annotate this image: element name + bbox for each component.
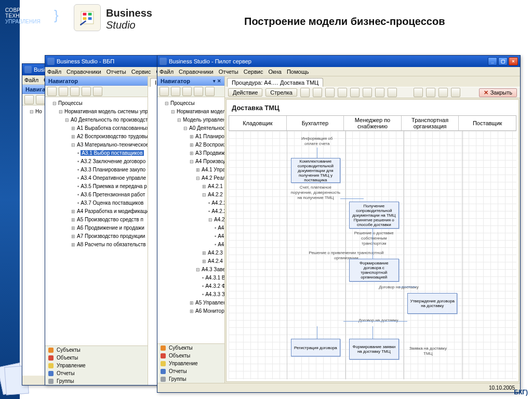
tool-icon[interactable] <box>451 88 460 97</box>
tree-node[interactable]: A2 Воспроизводст <box>190 141 223 149</box>
tool-icon[interactable] <box>325 88 335 97</box>
tree-node[interactable]: A3.1 Выбор поставщиков <box>77 149 147 157</box>
tree-node[interactable]: A1 Выработка согласованных <box>71 124 147 132</box>
mode-arrow-button[interactable]: Стрелка <box>265 88 297 97</box>
tree-node[interactable]: A0 Деятельность в о <box>183 124 223 132</box>
cat-groups[interactable]: Группы <box>169 376 186 382</box>
tree-node[interactable]: Модель управления кон <box>177 116 223 124</box>
cat-reports[interactable]: Отчеты <box>169 368 187 374</box>
maximize-button[interactable]: ▢ <box>498 57 508 65</box>
tree-node[interactable]: Нормативная модель системы <box>171 108 223 116</box>
process-tree[interactable]: Процессы Нормативная модель системы Моде… <box>157 97 224 343</box>
pin-icon[interactable]: ▾ ✕ <box>213 78 221 84</box>
tree-node[interactable]: A7 Производство продукции <box>71 232 147 241</box>
cat-subjects[interactable]: Субъекты <box>169 345 193 351</box>
tree-node[interactable]: A4 Производство <box>190 157 223 166</box>
cat-objects[interactable]: Объекты <box>169 353 190 358</box>
mode-action-button[interactable]: Действие <box>228 88 262 97</box>
cat-mgmt[interactable]: Управление <box>169 361 198 366</box>
tool-icon[interactable] <box>338 88 347 97</box>
tool-icon[interactable] <box>205 87 215 96</box>
tree-node[interactable]: A4.3.3 За <box>202 290 223 299</box>
flow-box[interactable]: Формирование заявки на доставку ТМЦ <box>349 339 399 360</box>
tree-node[interactable]: A4.3.1 Ве <box>202 274 223 282</box>
tree-node[interactable]: A4 <box>215 241 223 249</box>
tool-icon[interactable] <box>313 88 322 97</box>
tool-icon[interactable] <box>300 88 310 97</box>
close-diagram-button[interactable]: ✕ Закрыть <box>479 88 517 97</box>
tree-node[interactable]: A4.2.2 <box>208 207 223 216</box>
cat-groups[interactable]: Группы <box>57 378 74 384</box>
flow-box[interactable]: Утверждение договора на доставку <box>407 293 457 314</box>
menu-file[interactable]: Файл <box>47 69 61 75</box>
titlebar[interactable]: Business Studio - Пилот сервер _ ▢ × <box>157 56 520 67</box>
tree-node[interactable]: A8 Расчеты по обязательств <box>71 241 147 249</box>
tab-procedure[interactable]: Процедура: A4.… Доставка ТМЦ <box>227 78 323 87</box>
tree-node[interactable]: A4.2 Реализац <box>196 174 223 182</box>
flow-box[interactable]: Регистрация договора <box>291 339 341 356</box>
save-icon[interactable] <box>414 88 423 97</box>
navigator-header[interactable]: Навигатор ▾ ✕ <box>157 76 224 86</box>
tree-node[interactable]: A3.6 Претензионная работ <box>77 191 147 199</box>
menu-reports[interactable]: Отчеты <box>219 69 238 75</box>
menu-service[interactable]: Сервис <box>131 69 151 75</box>
tree-node[interactable]: Процессы <box>165 99 223 108</box>
menubar[interactable]: Файл Справочники Отчеты Сервис Окна Помо… <box>157 67 520 76</box>
tool-icon[interactable] <box>159 87 169 96</box>
tool-icon[interactable] <box>24 95 34 104</box>
menu-file[interactable]: Файл <box>24 77 38 83</box>
cat-objects[interactable]: Объекты <box>57 355 78 361</box>
nav-toolbar[interactable] <box>157 86 224 97</box>
tool-icon[interactable] <box>363 88 372 97</box>
tree-node[interactable]: A3.4 Оперативное управле <box>77 174 147 182</box>
tree-node[interactable]: A4 <box>215 232 223 241</box>
tree-node[interactable]: A4 <box>215 224 223 232</box>
menu-windows[interactable]: Окна <box>268 69 282 75</box>
tree-node[interactable]: A4.2.1 Фо <box>202 182 223 191</box>
tree-node[interactable]: A3.5 Приемка и передача р <box>77 182 147 191</box>
cat-mgmt[interactable]: Управление <box>57 363 86 368</box>
tree-node[interactable]: A4.2.3 За <box>202 249 223 257</box>
tree-node[interactable]: A4.3 Заверше <box>196 265 223 274</box>
tree-node[interactable]: A1 Планирование <box>190 132 223 141</box>
tool-icon[interactable] <box>182 87 192 96</box>
tool-icon[interactable] <box>194 87 203 96</box>
nav-categories[interactable]: Субъекты Объекты Управление Отчеты Групп… <box>45 345 148 385</box>
flow-box[interactable]: Получение сопроводительной документации … <box>349 202 399 229</box>
tool-icon[interactable] <box>350 88 360 97</box>
tree-node[interactable]: A5 Производство средств п <box>71 216 147 224</box>
nav-categories[interactable]: Субъекты Объекты Управление Отчеты Групп… <box>157 343 224 383</box>
tree-node[interactable]: A4.2.2 <box>208 216 223 224</box>
tree-node[interactable]: A4 Разработка и модификаци <box>71 207 147 216</box>
tree-node[interactable]: A4.2.2 <box>208 199 223 207</box>
tool-icon[interactable] <box>426 88 435 97</box>
tool-icon[interactable] <box>93 87 102 96</box>
tree-node[interactable]: A6 Мониторинг, и <box>190 307 223 315</box>
tool-icon[interactable] <box>70 87 79 96</box>
tool-icon[interactable] <box>36 95 45 104</box>
menu-dict[interactable]: Справочники <box>66 69 101 75</box>
tree-node[interactable]: Нормативная модель системы управле <box>59 108 147 116</box>
tool-icon[interactable] <box>375 88 384 97</box>
tree-node[interactable]: A3 Материально-техническое <box>71 141 147 149</box>
menu-file[interactable]: Файл <box>159 69 174 75</box>
diagram-canvas[interactable]: Доставка ТМЦ Кладовщик Бухгалтер Менедже… <box>226 99 519 382</box>
close-button[interactable]: × <box>509 57 518 65</box>
tool-icon[interactable] <box>47 87 57 96</box>
cat-reports[interactable]: Отчеты <box>57 370 75 376</box>
tree-node[interactable]: A5 Управление р <box>190 299 223 307</box>
tree-node[interactable]: A4.1 Управлен <box>196 166 223 174</box>
tool-icon[interactable] <box>171 87 180 96</box>
tree-node[interactable]: A3.3 Планирование закупо <box>77 166 147 174</box>
tool-icon[interactable] <box>438 88 448 97</box>
cat-subjects[interactable]: Субъекты <box>57 347 81 353</box>
tree-node[interactable]: A4.2.4 За <box>202 257 223 265</box>
menu-service[interactable]: Сервис <box>244 69 263 75</box>
tree-node[interactable]: A0 Деятельность по производству <box>65 116 147 124</box>
minimize-button[interactable]: _ <box>488 57 497 65</box>
tree-node[interactable]: A3.7 Оценка поставщиков <box>77 199 147 207</box>
tree-node[interactable]: A4.3.2 Фо <box>202 282 223 290</box>
process-tree[interactable]: Процессы Нормативная модель системы упра… <box>45 97 148 345</box>
tool-icon[interactable] <box>388 88 397 97</box>
tree-node[interactable]: Процессы <box>52 99 147 108</box>
